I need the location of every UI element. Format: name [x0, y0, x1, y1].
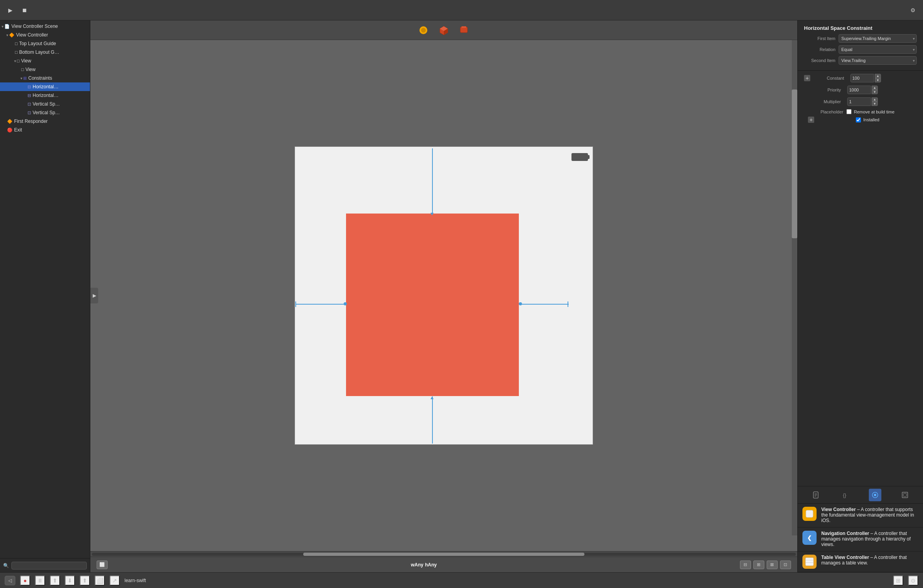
tree-item-view-controller[interactable]: 🔶 View Controller: [0, 31, 90, 39]
tree-item-top-layout[interactable]: □ Top Layout Guide: [0, 39, 90, 48]
toolbar-play-btn[interactable]: ▶: [5, 5, 16, 16]
svg-point-13: [874, 494, 876, 496]
scene-icon: 📄: [4, 24, 10, 29]
library-vc-icon: [802, 507, 817, 521]
priority-input[interactable]: 1000: [847, 86, 871, 94]
collapse-left-btn[interactable]: ▶: [90, 288, 98, 303]
tree-item-vertical1[interactable]: ⊡ Vertical Sp…: [0, 100, 90, 108]
h1-icon: ⊟: [27, 84, 31, 89]
center-scrollbar[interactable]: [792, 40, 797, 535]
simulate-btn[interactable]: ↗: [110, 575, 120, 586]
scrollbar-thumb: [303, 553, 585, 556]
priority-step-up[interactable]: ▲: [872, 86, 878, 90]
installed-checkbox[interactable]: [856, 117, 861, 122]
battery-indicator: [571, 153, 588, 161]
tree-item-exit[interactable]: 🔴 Exit: [0, 126, 90, 134]
constant-plus-btn[interactable]: +: [804, 75, 810, 81]
canvas-cube-btn[interactable]: [438, 24, 450, 37]
tree-item-vertical2[interactable]: ⊡ Vertical Sp…: [0, 108, 90, 117]
svg-rect-14: [902, 492, 908, 498]
relation-select[interactable]: Equal: [839, 45, 917, 54]
step-up-btn[interactable]: ⬆: [50, 575, 60, 586]
constraint-left-line: [295, 304, 346, 305]
tab-size[interactable]: [899, 489, 911, 501]
bottom-bar: ◁ ● ⏸ ⬆ ⬇ ⬆ ⬜ ↗ learn-swift ⊞ ⊙: [0, 572, 923, 588]
constant-row: + Constant 100 ▲ ▼: [804, 74, 917, 82]
disclosure-vc[interactable]: [6, 33, 8, 37]
svg-point-1: [421, 28, 426, 33]
toggle-view-btn[interactable]: ⬜: [97, 561, 108, 569]
tree-item-horizontal2[interactable]: ⊟ Horizontal…: [0, 91, 90, 100]
tree-item-bottom-layout[interactable]: □ Bottom Layout G…: [0, 48, 90, 57]
nav-back-btn[interactable]: ◁: [5, 576, 15, 585]
first-item-select[interactable]: Superview.Trailing Margin: [839, 34, 917, 43]
step-down-btn[interactable]: ⬇: [65, 575, 75, 586]
step-out-btn[interactable]: ⬆: [80, 575, 90, 586]
tree-item-scene-root[interactable]: 📄 View Controller Scene: [0, 22, 90, 31]
top-layout-icon: □: [15, 41, 18, 46]
svg-rect-16: [806, 510, 813, 517]
library-panel: View Controller – A controller that supp…: [798, 503, 923, 572]
view-mode-btn4[interactable]: ⊡: [780, 561, 791, 569]
view-mode-btn2[interactable]: ⊞: [753, 561, 764, 569]
constant-input[interactable]: 100: [850, 74, 874, 82]
constant-step-down[interactable]: ▼: [875, 78, 881, 82]
svg-rect-6: [462, 26, 466, 28]
tree-item-view-parent[interactable]: □ View: [0, 57, 90, 65]
second-item-select-wrapper: View.Trailing ▾: [839, 56, 917, 65]
view-mode-btn1[interactable]: ⊟: [740, 561, 751, 569]
center-scrollbar-thumb: [792, 89, 797, 238]
installed-plus-btn[interactable]: +: [808, 117, 814, 123]
canvas-toolbar: [90, 20, 797, 40]
canvas-area[interactable]: ▶: [90, 40, 797, 551]
tree-item-constraints[interactable]: ⊞ Constraints: [0, 74, 90, 82]
constant-step-up[interactable]: ▲: [875, 74, 881, 78]
tab-identity[interactable]: [869, 489, 881, 501]
pause-btn[interactable]: ⏸: [35, 575, 45, 586]
placeholder-checkbox[interactable]: [846, 109, 852, 114]
right-panel: Horizontal Space Constraint First Item S…: [797, 20, 923, 572]
priority-step-down[interactable]: ▼: [872, 90, 878, 94]
second-item-select[interactable]: View.Trailing: [839, 56, 917, 65]
inspector-tabs: {}: [798, 486, 923, 503]
constraint-top-arrow: [430, 213, 434, 215]
svg-text:❮: ❮: [807, 535, 812, 541]
installed-row: + Installed: [804, 117, 917, 123]
first-item-row: First Item Superview.Trailing Margin ▾: [804, 34, 917, 43]
record-btn[interactable]: ●: [20, 575, 30, 586]
tree-label-fr: First Responder: [14, 119, 48, 124]
library-item-table[interactable]: Table View Controller – A controller tha…: [798, 551, 923, 572]
view-rect[interactable]: [346, 214, 519, 396]
tree-label-exit: Exit: [14, 127, 22, 133]
h-scrollbar[interactable]: [90, 551, 797, 557]
library-item-nav[interactable]: ❮ Navigation Controller – A controller t…: [798, 528, 923, 551]
view-child-icon: □: [21, 67, 24, 72]
svg-rect-5: [460, 27, 467, 33]
multiplier-input[interactable]: 1: [847, 97, 871, 106]
canvas-box-btn[interactable]: [458, 24, 471, 37]
disclosure-view-parent[interactable]: [14, 59, 16, 63]
library-item-vc[interactable]: View Controller – A controller that supp…: [798, 504, 923, 528]
svg-rect-15: [903, 493, 907, 497]
toolbar-stop-btn[interactable]: ⏹: [19, 5, 30, 16]
disclosure-constraints[interactable]: [20, 76, 22, 80]
library-vc-title-bold: View Controller: [821, 507, 856, 512]
grid-btn[interactable]: ⊞: [893, 575, 903, 586]
tree-item-view-child[interactable]: □ View: [0, 65, 90, 74]
tab-file[interactable]: [809, 489, 822, 501]
disclosure-scene-root[interactable]: [2, 24, 4, 29]
multiplier-step-down[interactable]: ▼: [872, 102, 878, 106]
view-hierarchy-btn[interactable]: ⬜: [95, 575, 105, 586]
tree-item-first-responder[interactable]: 🔶 First Responder: [0, 117, 90, 126]
search-btn-bottom[interactable]: ⊙: [908, 575, 918, 586]
tree-label-bottom: Bottom Layout G…: [19, 49, 59, 55]
toolbar-scheme-btn[interactable]: ⚙: [907, 5, 918, 16]
library-nav-icon: ❮: [802, 531, 817, 545]
view-mode-btn3[interactable]: ⊠: [767, 561, 778, 569]
canvas-circle-btn[interactable]: [417, 24, 430, 37]
tree-item-horizontal1[interactable]: ⊟ Horizontal…: [0, 82, 90, 91]
multiplier-step-up[interactable]: ▲: [872, 97, 878, 102]
search-input-left[interactable]: [11, 562, 87, 570]
tab-quick-help[interactable]: {}: [839, 489, 852, 501]
constraint-bottom-arrow: [430, 396, 434, 399]
